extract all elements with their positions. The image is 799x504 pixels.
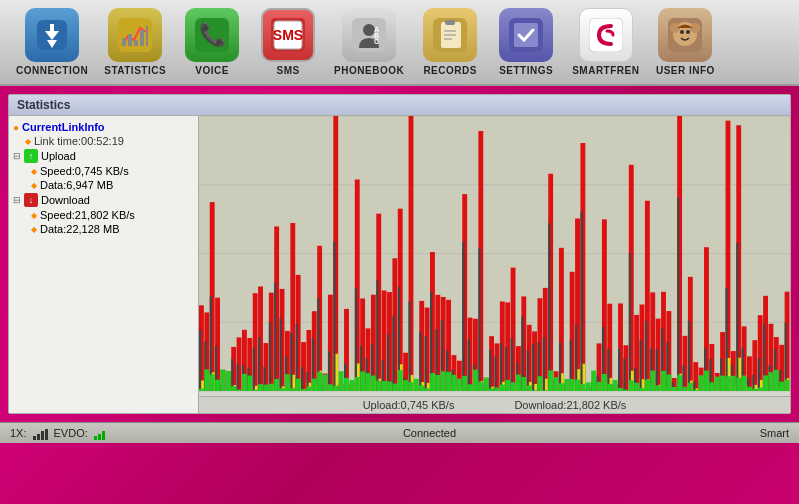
upload-data: ◆ Data:6,947 MB	[9, 178, 198, 192]
userinfo-icon	[658, 8, 712, 62]
sms-icon: SMS	[261, 8, 315, 62]
toolbar: CONNECTION STATISTICS 📞 VOICE	[0, 0, 799, 86]
status-connected: Connected	[190, 427, 669, 439]
smartfren-label: SMARTFREN	[572, 65, 639, 76]
download-data: ◆ Data:22,128 MB	[9, 222, 198, 236]
signal-bars-1x	[33, 426, 48, 440]
bar1	[33, 436, 36, 440]
svg-rect-6	[128, 34, 132, 46]
evdo-bar3	[102, 431, 105, 440]
toolbar-settings[interactable]: SETTINGS	[490, 6, 562, 78]
left-panel: ● CurrentLinkInfo ◆ Link time:00:52:19 ⊟…	[9, 116, 199, 413]
status-bar: 1X: EVDO: Connected Smart	[0, 422, 799, 443]
svg-point-34	[686, 30, 690, 34]
svg-point-33	[680, 30, 684, 34]
svg-rect-5	[122, 38, 126, 46]
upload-speed: ◆ Speed:0,745 KB/s	[9, 164, 198, 178]
toolbar-sms[interactable]: SMS SMS	[252, 6, 324, 78]
chart-canvas	[199, 116, 790, 413]
smartfren-icon	[579, 8, 633, 62]
toolbar-phonebook[interactable]: A B C PHONEBOOK	[328, 6, 410, 78]
bar3	[41, 431, 44, 440]
signal-1x-label: 1X:	[10, 427, 27, 439]
signal-bars-evdo	[94, 426, 105, 440]
stats-panel: Statistics ● CurrentLinkInfo ◆ Link time…	[8, 94, 791, 414]
toolbar-voice[interactable]: 📞 VOICE	[176, 6, 248, 78]
svg-rect-2	[50, 24, 54, 32]
stats-body: ● CurrentLinkInfo ◆ Link time:00:52:19 ⊟…	[9, 116, 790, 413]
download-speed: ◆ Speed:21,802 KB/s	[9, 208, 198, 222]
phonebook-label: PHONEBOOK	[334, 65, 404, 76]
toolbar-userinfo[interactable]: USER INFO	[649, 6, 721, 78]
settings-icon	[499, 8, 553, 62]
userinfo-label: USER INFO	[656, 65, 715, 76]
svg-rect-22	[445, 20, 455, 25]
evdo-bar1	[94, 436, 97, 440]
svg-rect-7	[134, 40, 138, 46]
settings-label: SETTINGS	[499, 65, 553, 76]
phonebook-icon: A B C	[342, 8, 396, 62]
chart-footer: Upload:0,745 KB/s Download:21,802 KB/s	[199, 396, 790, 413]
sms-label: SMS	[277, 65, 300, 76]
upload-footer-label: Upload:0,745 KB/s	[363, 399, 455, 411]
toolbar-statistics[interactable]: STATISTICS	[98, 6, 172, 78]
bar4	[45, 429, 48, 440]
svg-rect-9	[146, 26, 148, 46]
records-label: RECORDS	[423, 65, 477, 76]
svg-rect-8	[140, 30, 144, 46]
status-brand: Smart	[669, 427, 789, 439]
upload-section[interactable]: ⊟ ↑ Upload	[9, 148, 198, 164]
statistics-label: STATISTICS	[104, 65, 166, 76]
voice-label: VOICE	[195, 65, 229, 76]
current-link-info[interactable]: ● CurrentLinkInfo	[9, 120, 198, 134]
stats-header: Statistics	[9, 95, 790, 116]
connection-label: CONNECTION	[16, 65, 88, 76]
svg-text:SMS: SMS	[273, 27, 303, 43]
bar2	[37, 434, 40, 440]
download-section[interactable]: ⊟ ↓ Download	[9, 192, 198, 208]
connection-icon	[25, 8, 79, 62]
evdo-label: EVDO:	[54, 427, 88, 439]
svg-text:📞: 📞	[199, 21, 227, 48]
link-time-item: ◆ Link time:00:52:19	[9, 134, 198, 148]
statistics-icon	[108, 8, 162, 62]
voice-icon: 📞	[185, 8, 239, 62]
records-icon	[423, 8, 477, 62]
status-left: 1X: EVDO:	[10, 426, 190, 440]
toolbar-smartfren[interactable]: SMARTFREN	[566, 6, 645, 78]
expand-arrow: ●	[13, 122, 19, 133]
download-footer-label: Download:21,802 KB/s	[514, 399, 626, 411]
toolbar-connection[interactable]: CONNECTION	[10, 6, 94, 78]
toolbar-records[interactable]: RECORDS	[414, 6, 486, 78]
evdo-bar2	[98, 434, 101, 440]
chart-area: 59,744 KB/s Upload:0,745 KB/s Download:2…	[199, 116, 790, 413]
svg-rect-28	[589, 18, 623, 52]
svg-text:C: C	[374, 38, 379, 45]
